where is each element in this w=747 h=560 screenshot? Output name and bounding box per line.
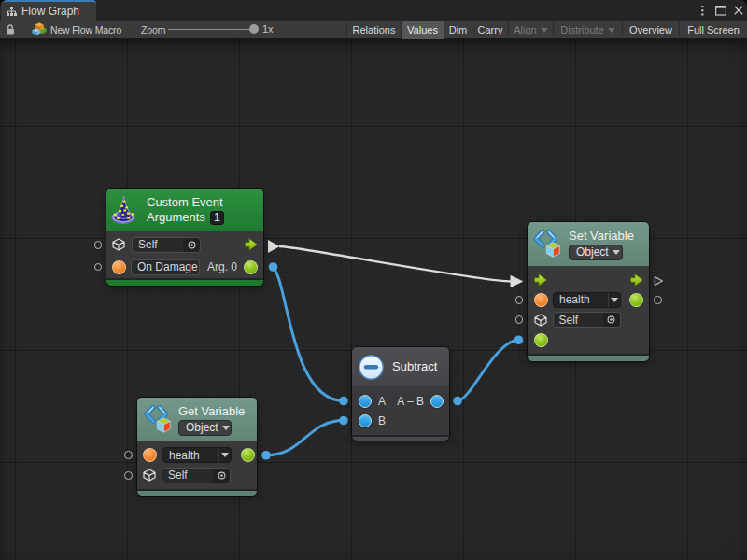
event-name-value: On Damage [132,260,199,273]
node-title: Custom Event [147,195,224,210]
flow-graph-window: Flow Graph [0,0,747,560]
button-label: Values [407,24,438,35]
port-row-name: health [137,445,257,466]
relations-button[interactable]: Relations [346,21,401,39]
titlebar: Flow Graph [0,0,747,21]
button-label: Full Screen [687,24,740,35]
full-screen-button[interactable]: Full Screen [679,21,747,39]
macro-selector[interactable]: New Flow Macro [32,22,121,36]
variable-kind-dropdown[interactable]: Object [178,420,232,436]
node-body: health Self [528,266,649,354]
wizard-hat-icon [111,195,135,225]
exec-output-port[interactable] [630,273,643,287]
self-target-field[interactable]: Self [162,468,231,483]
set-variable-header: Set Variable Object [528,222,649,266]
node-body: health Self [137,441,257,489]
node-footer [352,435,449,441]
unconnected-port-ring [515,296,524,304]
chevron-down-icon [541,28,548,33]
self-target-value: Self [162,469,213,482]
node-set-variable[interactable]: Set Variable Object health [528,222,649,361]
node-title: Set Variable [569,229,634,244]
event-name-port[interactable] [112,260,126,274]
variable-icon [144,405,172,435]
object-picker-icon[interactable] [183,238,200,252]
target-picker-glyph [218,471,226,480]
zoom-value: 1x [262,23,274,35]
exec-input-port[interactable] [534,273,547,287]
exec-output-port[interactable] [245,238,258,251]
unconnected-port-ring [124,471,133,480]
output-port[interactable] [430,395,444,408]
exec-row [528,270,649,290]
input-a-port[interactable] [359,395,372,408]
window-controls [694,0,747,21]
gameobject-cube-icon [112,238,125,251]
kebab-menu-icon [701,6,704,16]
arg0-output-port[interactable] [244,260,258,274]
variable-name-dropdown[interactable]: health [553,292,621,308]
node-custom-event[interactable]: Custom Event Arguments 1 Self [106,189,263,286]
node-title: Get Variable [178,404,245,419]
zoom-slider-handle[interactable] [249,24,259,34]
event-name-field[interactable]: On Damage [131,259,200,275]
window-menu-button[interactable] [694,0,712,21]
lock-button[interactable] [0,21,21,39]
value-output-port[interactable] [241,448,255,462]
dropdown-arrow-icon [608,293,620,307]
gameobject-cube-icon [143,469,156,482]
node-titles: Subtract [392,359,437,374]
carry-button[interactable]: Carry [472,21,508,39]
variable-icon [533,230,561,259]
node-subtract[interactable]: Subtract A A – B B [352,347,449,441]
self-target-field[interactable]: Self [132,237,201,253]
button-label: Distribute [560,24,603,35]
value-output-port[interactable] [629,293,643,307]
input-b-port[interactable] [359,414,372,427]
close-icon [734,6,743,15]
port-row-name: health [528,290,649,311]
values-button[interactable]: Values [401,21,444,39]
maximize-icon [715,6,726,16]
subtract-header: Subtract [352,347,449,386]
macro-name: New Flow Macro [50,24,121,35]
maximize-button[interactable] [712,0,729,21]
input-a-label: A [378,395,386,408]
arguments-count[interactable]: 1 [210,211,224,225]
distribute-button[interactable]: Distribute [553,21,622,39]
custom-event-header: Custom Event Arguments 1 [106,189,263,231]
node-footer [106,278,263,286]
variable-name-port[interactable] [534,293,548,307]
node-body: Self On Damage Arg. 0 [106,231,263,278]
variable-kind-dropdown[interactable]: Object [569,245,623,260]
zoom-slider[interactable] [168,21,254,39]
variable-name-port[interactable] [143,448,157,462]
button-label: Relations [353,24,396,35]
object-picker-icon[interactable] [603,313,620,327]
variable-kind-value: Object [179,421,222,434]
toolbar-buttons: Relations Values Dim Carry Align Distrib… [346,21,747,39]
tab-flow-graph[interactable]: Flow Graph [1,0,96,21]
zoom-label: Zoom [141,24,165,35]
value-input-port[interactable] [534,333,548,347]
align-button[interactable]: Align [508,21,553,39]
subtract-icon [359,355,384,380]
button-label: Overview [629,24,672,35]
variable-name-dropdown[interactable]: health [162,447,232,463]
port-row-self: Self [106,233,263,256]
gameobject-cube-icon [534,314,547,327]
unconnected-exec-triangle [654,275,664,287]
button-label: Carry [478,24,503,35]
target-picker-glyph [188,241,196,249]
overview-button[interactable]: Overview [622,21,679,39]
button-label: Align [514,24,536,35]
flow-macro-icon [32,22,47,36]
node-get-variable[interactable]: Get Variable Object health Se [137,398,257,496]
dim-button[interactable]: Dim [444,21,472,39]
get-variable-header: Get Variable Object [137,398,257,441]
node-footer [528,354,649,361]
close-button[interactable] [729,0,747,21]
node-title: Subtract [392,359,437,374]
object-picker-icon[interactable] [213,469,230,483]
self-target-field[interactable]: Self [553,312,621,328]
